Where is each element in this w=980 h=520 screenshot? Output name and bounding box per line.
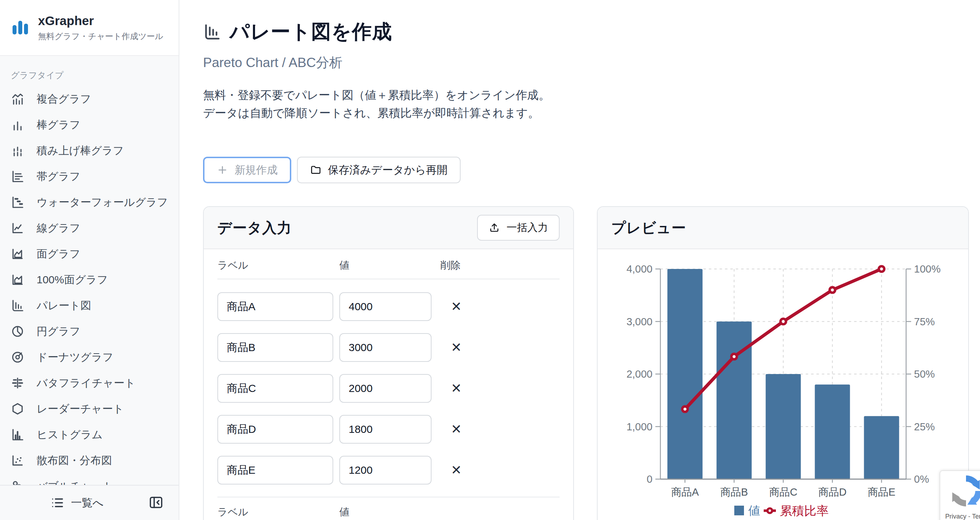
plus-icon [217, 164, 228, 176]
right-tick-label: 100% [914, 263, 940, 275]
title-row: パレート図を作成 [203, 19, 392, 45]
row-label-input[interactable] [217, 456, 333, 485]
recaptcha-badge[interactable]: Privacy - Terms [940, 471, 980, 520]
page-title: パレート図を作成 [229, 19, 392, 45]
area-chart-icon [11, 247, 24, 261]
add-row-headers: ラベル 値 [217, 505, 560, 519]
column-header-label: ラベル [217, 259, 339, 272]
table-row: ✕ [217, 374, 560, 403]
sidebar-item-donut-chart[interactable]: ドーナツグラフ [0, 344, 179, 370]
pareto-chart: 01,0002,0003,0004,0000%25%50%75%100%商品A商… [598, 249, 968, 520]
row-label-input[interactable] [217, 292, 333, 321]
folder-icon [310, 164, 321, 176]
data-panel-title: データ入力 [217, 218, 292, 238]
sidebar-item-radar[interactable]: レーダーチャート [0, 396, 179, 422]
bar-chart-icon [11, 118, 24, 132]
recaptcha-privacy-terms[interactable]: Privacy - Terms [945, 513, 980, 520]
sidebar-item-butterfly[interactable]: バタフライチャート [0, 370, 179, 396]
sidebar-item-label: 線グラフ [37, 221, 80, 235]
sidebar-item-area-100[interactable]: 100%面グラフ [0, 267, 179, 293]
page-subtitle: Pareto Chart / ABC分析 [203, 54, 342, 72]
line-marker-center [880, 267, 883, 270]
table-row: ✕ [217, 292, 560, 321]
sidebar-item-pareto[interactable]: パレート図 [0, 293, 179, 318]
pie-chart-icon [11, 324, 24, 338]
sidebar-item-label: パレート図 [37, 298, 91, 313]
recaptcha-logo-icon [950, 474, 980, 507]
back-to-list-label: 一覧へ [71, 496, 103, 510]
add-label-header: ラベル [217, 505, 339, 519]
category-label: 商品D [818, 486, 846, 498]
legend-value-swatch [734, 506, 744, 515]
sidebar-item-label: 帯グラフ [37, 169, 80, 184]
radar-icon [11, 402, 24, 416]
left-tick-label: 4,000 [626, 263, 652, 275]
pareto-title-icon [203, 23, 221, 41]
left-tick-label: 0 [647, 473, 652, 485]
sidebar-item-scatter[interactable]: 散布図・分布図 [0, 448, 179, 473]
butterfly-icon [11, 376, 24, 390]
row-label-input[interactable] [217, 415, 333, 444]
scatter-icon [11, 454, 24, 467]
sidebar-item-area-chart[interactable]: 面グラフ [0, 241, 179, 267]
sidebar-item-stacked-bar[interactable]: 積み上げ棒グラフ [0, 138, 179, 164]
chart-bar [864, 416, 899, 479]
row-value-input[interactable] [339, 333, 431, 362]
row-value-input[interactable] [339, 292, 431, 321]
legend-cumulative-label: 累積比率 [780, 504, 829, 517]
sidebar-item-pie-chart[interactable]: 円グラフ [0, 318, 179, 344]
sidebar-item-label: レーダーチャート [37, 402, 124, 417]
row-delete-button[interactable]: ✕ [448, 339, 465, 356]
chart-bar [766, 374, 801, 479]
row-delete-button[interactable]: ✕ [448, 298, 465, 315]
sidebar-item-label: ヒストグラム [37, 428, 103, 442]
category-label: 商品E [868, 486, 895, 498]
sidebar-collapse-button[interactable] [148, 495, 164, 511]
row-delete-button[interactable]: ✕ [448, 421, 465, 438]
upload-icon [488, 222, 500, 234]
row-label-input[interactable] [217, 374, 333, 403]
waterfall-icon [11, 196, 24, 209]
data-panel-header: データ入力 一括入力 [204, 207, 573, 249]
row-value-input[interactable] [339, 456, 431, 485]
sidebar-item-histogram[interactable]: ヒストグラム [0, 422, 179, 448]
pareto-icon [11, 299, 24, 312]
row-value-input[interactable] [339, 415, 431, 444]
pareto-chart-svg: 01,0002,0003,0004,0000%25%50%75%100%商品A商… [598, 249, 968, 520]
bulk-input-label: 一括入力 [506, 221, 548, 235]
sidebar-item-line-chart[interactable]: 線グラフ [0, 215, 179, 241]
row-value-input[interactable] [339, 374, 431, 403]
bulk-input-button[interactable]: 一括入力 [477, 215, 560, 241]
logo-text: xGrapher 無料グラフ・チャート作成ツール [38, 14, 163, 42]
sidebar-item-label: ドーナツグラフ [37, 350, 113, 365]
stacked-bar-icon [11, 144, 24, 157]
chart-bar [668, 269, 703, 479]
column-header-value: 値 [339, 259, 441, 272]
data-input-panel: データ入力 一括入力 ラベル 値 削除 ✕ [203, 206, 574, 520]
line-marker-center [782, 320, 784, 323]
area-100-icon [11, 273, 24, 286]
new-create-button[interactable]: 新規作成 [203, 157, 291, 183]
preview-panel-header: プレビュー [598, 207, 968, 249]
band-chart-icon [11, 170, 24, 183]
table-column-headers: ラベル 値 削除 [217, 259, 560, 279]
sidebar-item-band-chart[interactable]: 帯グラフ [0, 164, 179, 189]
resume-saved-data-button[interactable]: 保存済みデータから再開 [297, 157, 461, 183]
row-label-input[interactable] [217, 333, 333, 362]
chart-type-nav: 複合グラフ 棒グラフ 積み上げ棒グラフ 帯グラフ ウォーターフォ [0, 86, 179, 499]
sidebar-item-label: 棒グラフ [37, 118, 80, 132]
sidebar-item-combo-chart[interactable]: 複合グラフ [0, 86, 179, 112]
new-create-label: 新規作成 [235, 163, 278, 178]
nav-section-label: グラフタイプ [11, 70, 179, 81]
sidebar-item-label: バタフライチャート [37, 376, 135, 391]
back-to-list-button[interactable]: 一覧へ [49, 495, 103, 510]
row-delete-button[interactable]: ✕ [448, 461, 465, 479]
sidebar-item-label: 100%面グラフ [37, 272, 108, 287]
right-tick-label: 75% [914, 316, 935, 328]
sidebar-item-bar-chart[interactable]: 棒グラフ [0, 112, 179, 138]
sidebar: xGrapher 無料グラフ・チャート作成ツール グラフタイプ 複合グラフ 棒グ… [0, 0, 179, 520]
sidebar-item-waterfall[interactable]: ウォーターフォールグラフ [0, 189, 179, 215]
row-delete-button[interactable]: ✕ [448, 380, 465, 397]
left-tick-label: 1,000 [626, 421, 652, 433]
add-row-divider [217, 497, 560, 498]
